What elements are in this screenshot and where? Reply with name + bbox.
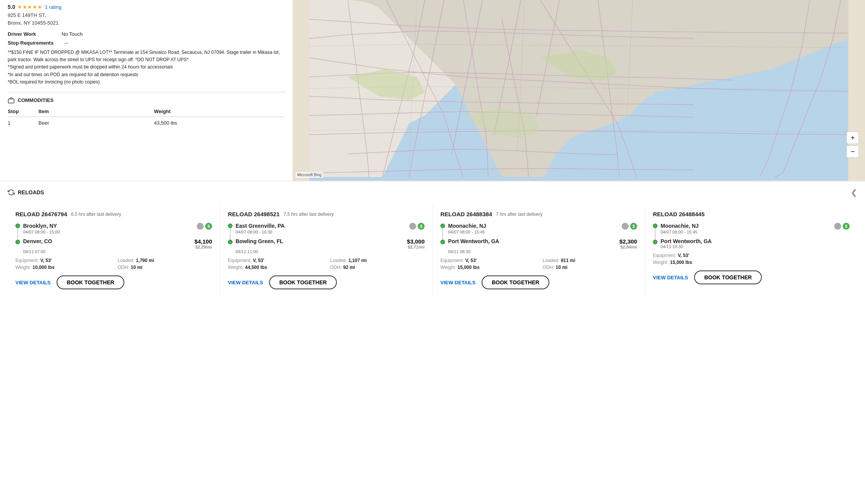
book-together-button[interactable]: BOOK TOGETHER: [57, 275, 124, 289]
odh-value: 10 mi: [131, 265, 143, 270]
reload-card-header: RELOAD 26476794 6.5 hrs after last deliv…: [15, 211, 212, 217]
dest-city: Port Wentworth, GA: [448, 238, 499, 244]
loaded-label: Loaded:: [118, 258, 134, 263]
route-wrapper: Brooklyn, NY $ 04/07 08:00 - 15:00 Denve…: [15, 223, 212, 258]
book-together-button[interactable]: BOOK TOGETHER: [269, 275, 336, 289]
rating-link[interactable]: 1 rating: [45, 4, 61, 10]
origin-date: 04/07 08:00 - 15:45: [661, 230, 850, 234]
odh-label: ODH:: [543, 265, 554, 270]
price-main: $3,000: [407, 238, 425, 245]
equipment-value: V, 53': [465, 258, 477, 263]
origin-row: Brooklyn, NY $: [23, 223, 212, 230]
reload-card: RELOAD 26488445 Moonachie, NJ $ 04/07 08…: [645, 205, 857, 295]
box-icon: [8, 97, 15, 104]
route-info: Moonachie, NJ $ 04/07 08:00 - 15:45 Port…: [661, 223, 850, 253]
commodities-title: COMMODITIES: [8, 97, 285, 104]
origin-city: East Greenville, PA: [236, 223, 284, 229]
odh-value: 92 mi: [343, 265, 355, 270]
equipment-value: V, 53': [678, 253, 689, 258]
bing-logo: Microsoft Bing: [296, 172, 323, 178]
status-icons: $: [409, 223, 425, 230]
notes-text: **$150 FINE IF NOT DROPPED @ MIKASA LOT*…: [8, 49, 285, 86]
driver-work-label: Driver Work: [8, 31, 62, 37]
dest-row: Bowling Green, FL $3,000 $2.71/mi: [236, 238, 425, 249]
dest-dot: [15, 240, 20, 244]
details-row: Equipment: V, 53' Loaded: 1,107 mi Weigh…: [228, 258, 425, 270]
details-row: Equipment: V, 53' Weight: 15,000 lbs: [653, 253, 850, 265]
map-svg: [293, 0, 865, 181]
stop-req-label: Stop Requirements: [8, 40, 62, 46]
dest-date: 04/11 10:30: [661, 244, 850, 249]
weight-detail: Weight: 15,000 lbs: [440, 265, 535, 270]
driver-work-row: Driver Work No Touch: [8, 31, 285, 37]
origin-date: 04/07 08:00 - 16:30: [236, 230, 425, 234]
view-details-button[interactable]: VIEW DETAILS: [15, 280, 50, 285]
details-row: Equipment: V, 53' Loaded: 1,790 mi Weigh…: [15, 258, 212, 270]
reload-card-header: RELOAD 26498521 7.5 hrs after last deliv…: [228, 211, 425, 217]
reload-icon: [8, 189, 15, 196]
reload-card-header: RELOAD 26488445: [653, 211, 850, 217]
weight-cell: 43,500 lbs: [154, 117, 285, 129]
price-per-mi: $2.71/mi: [407, 245, 425, 249]
dest-date: 04/11 07:00: [23, 249, 212, 254]
loaded-detail: Loaded: 1,107 mi: [330, 258, 425, 263]
stop-dots: [653, 223, 658, 253]
price-main: $4,100: [194, 238, 212, 245]
route-line: [655, 228, 656, 240]
origin-row: East Greenville, PA $: [236, 223, 425, 230]
view-details-button[interactable]: VIEW DETAILS: [440, 280, 475, 285]
col-weight: Weight: [154, 108, 285, 117]
price-per-mi: $2.29/mi: [194, 245, 212, 249]
stop-req-value: --: [65, 40, 68, 46]
status-icons: $: [622, 223, 637, 230]
weight-value: 44,500 lbs: [245, 265, 267, 270]
view-details-button[interactable]: VIEW DETAILS: [653, 275, 688, 280]
chevron-right-icon[interactable]: ❮: [851, 188, 857, 197]
loaded-detail: Loaded: 811 mi: [543, 258, 637, 263]
table-row: 1 Beer 43,500 lbs: [8, 117, 285, 129]
map-controls: + −: [847, 132, 859, 158]
zoom-in-button[interactable]: +: [847, 132, 859, 144]
reload-card: RELOAD 26488384 7 hrs after last deliver…: [433, 205, 645, 295]
view-details-button[interactable]: VIEW DETAILS: [228, 280, 263, 285]
reloads-section: RELOADS ❮ RELOAD 26476794 6.5 hrs after …: [0, 181, 865, 302]
dest-row: Port Wentworth, GA: [661, 238, 850, 244]
weight-value: 10,000 lbs: [32, 265, 54, 270]
origin-dot: [440, 224, 445, 228]
price-col: $2,300 $2.84/mi: [619, 238, 637, 249]
origin-city: Moonachie, NJ: [661, 223, 699, 229]
zoom-out-button[interactable]: −: [847, 145, 859, 158]
stars-display: ★★★★★: [17, 4, 42, 10]
reload-time: 7 hrs after last delivery: [496, 212, 542, 217]
book-together-button[interactable]: BOOK TOGETHER: [482, 275, 549, 289]
stop-dots: [15, 223, 20, 258]
driver-work-value: No Touch: [62, 31, 83, 37]
address-block: 925 E 149TH ST, Bronx, NY 10455-5021: [8, 12, 285, 27]
status-icons: $: [197, 223, 212, 230]
reload-id: RELOAD 26488445: [653, 211, 704, 217]
dollar-icon: $: [205, 223, 212, 230]
weight-label: Weight:: [228, 265, 243, 270]
origin-dot: [653, 224, 658, 228]
reloads-header: RELOADS ❮: [8, 188, 857, 197]
stop-req-row: Stop Requirements --: [8, 40, 285, 46]
map-panel: + − Microsoft Bing: [293, 0, 865, 181]
route-line: [17, 228, 18, 240]
col-stop: Stop: [8, 108, 38, 117]
odh-detail: ODH: 10 mi: [118, 265, 212, 270]
equipment-label: Equipment:: [440, 258, 464, 263]
route-info: Moonachie, NJ $ 04/07 08:00 - 15:45 Port…: [448, 223, 637, 258]
rating-score: 5.0: [8, 4, 15, 10]
dest-city: Denver, CO: [23, 238, 52, 244]
loaded-value: 811 mi: [561, 258, 575, 263]
price-col: $3,000 $2.71/mi: [407, 238, 425, 249]
dest-city: Bowling Green, FL: [236, 238, 283, 244]
price-per-mi: $2.84/mi: [619, 245, 637, 249]
origin-row: Moonachie, NJ $: [661, 223, 850, 230]
price-main: $2,300: [619, 238, 637, 245]
book-together-button[interactable]: BOOK TOGETHER: [694, 270, 761, 284]
route-wrapper: East Greenville, PA $ 04/07 08:00 - 16:3…: [228, 223, 425, 258]
dest-dot: [440, 240, 445, 244]
equipment-detail: Equipment: V, 53': [228, 258, 323, 263]
origin-city: Moonachie, NJ: [448, 223, 486, 229]
